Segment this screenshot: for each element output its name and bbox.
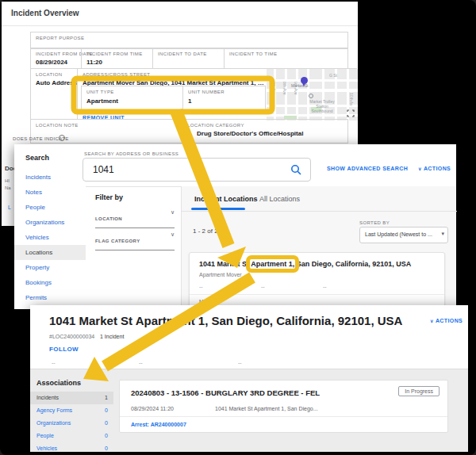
location-category-label: LOCATION CATEGORY: [187, 123, 244, 128]
arrest-number: AR240000007: [151, 422, 186, 427]
address-label: ADDRESS/CROSS STREET: [83, 72, 150, 77]
empty-value: --: [199, 284, 203, 289]
assoc-item-vehicles[interactable]: Vehicles 0: [30, 442, 113, 455]
map-label-ave: 9th Ave: [294, 82, 298, 95]
chevron-down-icon: ∨: [171, 209, 175, 216]
incident-from-date-value: 08/29/2024: [36, 59, 67, 66]
location-result-card[interactable]: 1041 Market St Apartment 1, San Diego, C…: [189, 252, 445, 309]
location-value: Auto Address: [36, 79, 77, 86]
incident-from-date-field[interactable]: INCIDENT FROM DATE 08/29/2024: [30, 48, 82, 69]
sidebar-item-property[interactable]: Property: [14, 260, 86, 275]
map-street: [267, 79, 358, 82]
search-window: Search Incidents Notes People Organizati…: [14, 144, 456, 309]
follow-button[interactable]: FOLLOW: [49, 346, 79, 353]
empty-value: --: [261, 284, 265, 289]
location-category-value: Drug Store/Doctor's Office/Hospital: [197, 130, 303, 137]
show-advanced-search-link[interactable]: SHOW ADVANCED SEARCH: [327, 166, 408, 171]
sort-dropdown[interactable]: Last Updated (Newest to ... ▾: [359, 227, 448, 243]
tab-incident-locations[interactable]: Incident Locations: [194, 195, 258, 203]
unit-number-field[interactable]: UNIT NUMBER 1: [182, 86, 266, 112]
sorted-by-label: SORTED BY: [359, 220, 390, 225]
results-area: Incident Locations All Locations 1 - 2 o…: [181, 186, 456, 309]
transit-icon: [309, 94, 313, 98]
sidebar-item-locations[interactable]: Locations: [14, 245, 86, 260]
empty-value: --: [52, 360, 56, 365]
location-title: 1041 Market St Apartment 1, San Diego, C…: [49, 314, 402, 327]
location-note-label: LOCATION NOTE: [36, 123, 79, 128]
location-field[interactable]: LOCATION Auto Address: [30, 68, 78, 120]
screenshot-canvas: Incident Overview REPORT PURPOSE INCIDEN…: [0, 0, 476, 455]
filter-flag-category-label: FLAG CATEGORY: [95, 239, 140, 243]
location-map[interactable]: G St Market St 7th Ave 8th Ave 9th Ave 1…: [267, 69, 358, 120]
filter-location-dropdown[interactable]: LOCATION ∨: [95, 209, 175, 228]
unit-type-field[interactable]: UNIT TYPE Apartment: [81, 86, 183, 112]
unit-number-value: 1: [188, 98, 191, 105]
map-street: [267, 114, 358, 117]
sidebar-item-people[interactable]: People: [14, 200, 86, 215]
toggle-circle-icon[interactable]: [59, 135, 65, 141]
filter-by-title: Filter by: [95, 193, 123, 201]
search-input-label: SEARCH BY ADDRESS OR BUSINESS: [84, 151, 178, 156]
record-id: #LOC2400000034: [49, 334, 94, 339]
report-purpose-field[interactable]: REPORT PURPOSE: [30, 32, 348, 48]
incident-to-date-label: INCIDENT TO DATE: [158, 52, 207, 56]
sidebar-item-permits[interactable]: Permits: [14, 290, 86, 305]
map-label-ave: 8th Ave: [282, 82, 287, 95]
assoc-item-agency-forms[interactable]: Agency Forms 0: [30, 404, 113, 417]
location-detail-window: 1041 Market St Apartment 1, San Diego, C…: [30, 305, 468, 452]
result-subtitle: Apartment Mover: [199, 272, 242, 277]
incident-from-time-value: 11:20: [86, 59, 102, 66]
associations-section: Associations Incidents 1 Agency Forms 0 …: [30, 369, 468, 452]
arrest-link[interactable]: Arrest: AR240000007: [131, 422, 186, 427]
incident-from-time-label: INCIDENT FROM TIME: [86, 52, 143, 56]
location-category-value-start: 0: [187, 130, 190, 137]
incident-to-date-field[interactable]: INCIDENT TO DATE: [152, 48, 225, 69]
empty-value: --: [238, 360, 242, 365]
apartment-highlight-annotation: Apartment 1,: [251, 260, 294, 268]
assoc-item-people[interactable]: People 0: [30, 430, 113, 442]
title-divider: [2, 25, 358, 26]
assoc-item-organizations[interactable]: Organizations 0: [30, 417, 113, 430]
search-sidebar: Search Incidents Notes People Organizati…: [14, 144, 86, 309]
search-input[interactable]: 1041: [83, 158, 311, 182]
map-label-ave: 7th Ave: [271, 82, 276, 95]
sidebar-item-notes[interactable]: Notes: [14, 185, 86, 200]
sidebar-item-incidents[interactable]: Incidents: [14, 170, 86, 185]
empty-value: --: [323, 284, 327, 289]
tab-all-locations[interactable]: All Locations: [259, 195, 300, 203]
sidebar-item-organizations[interactable]: Organizations: [14, 215, 86, 230]
report-purpose-label: REPORT PURPOSE: [36, 36, 84, 40]
sidebar-item-bookings[interactable]: Bookings: [14, 275, 86, 290]
incident-from-time-field[interactable]: INCIDENT FROM TIME 11:20: [81, 48, 153, 69]
incident-to-time-label: INCIDENT TO TIME: [229, 52, 277, 56]
location-category-field[interactable]: LOCATION CATEGORY 0 Drug Store/Doctor's …: [182, 119, 348, 143]
incident-datetime: 08/29/2024 11:20: [131, 406, 174, 411]
filter-flag-category-dropdown[interactable]: FLAG CATEGORY ∨: [95, 231, 175, 250]
sort-value: Last Updated (Newest to ...: [365, 231, 432, 237]
map-label-g-st: G St: [329, 73, 337, 78]
dropdown-caret-icon: ▾: [441, 231, 444, 237]
map-label-ave: 10th Av: [349, 93, 354, 106]
clipped-text: Na: [5, 185, 14, 190]
actions-menu-button[interactable]: ∨ ACTIONS: [430, 318, 463, 323]
unit-type-value: Apartment: [86, 98, 118, 105]
chevron-down-icon: ∨: [171, 231, 175, 238]
incident-card-title[interactable]: 20240803 - 13-1506 - BURGLARY 3RD DEGREE…: [131, 388, 320, 397]
filter-location-label: LOCATION: [95, 216, 122, 221]
assoc-item-incidents[interactable]: Incidents 1: [30, 392, 113, 404]
active-tab-underline: [191, 208, 245, 210]
chevron-down-icon: ∨: [430, 319, 434, 323]
incident-to-time-field[interactable]: INCIDENT TO TIME: [224, 48, 348, 69]
location-label: LOCATION: [36, 72, 62, 77]
address-field[interactable]: ADDRESS/CROSS STREET Apartment Mover San…: [77, 68, 357, 120]
fullscreen-icon[interactable]: [347, 109, 355, 117]
actions-menu-button[interactable]: ∨ ACTIONS: [418, 166, 451, 171]
empty-value: --: [139, 360, 143, 365]
incident-association-card[interactable]: 20240803 - 13-1506 - BURGLARY 3RD DEGREE…: [119, 380, 448, 433]
result-title[interactable]: 1041 Market St Apartment 1, San Diego, C…: [199, 260, 411, 268]
card-divider: [120, 416, 447, 417]
status-badge: In Progress: [398, 386, 440, 396]
sidebar-item-vehicles[interactable]: Vehicles: [14, 230, 86, 245]
search-icon[interactable]: [290, 164, 302, 176]
matched-label: Matched: [199, 299, 219, 304]
